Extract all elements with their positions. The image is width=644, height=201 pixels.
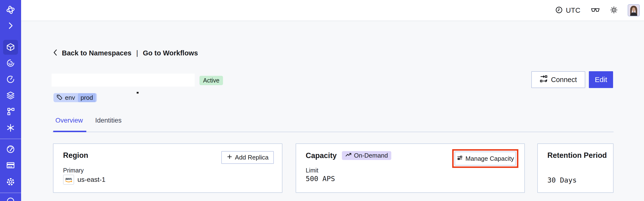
branch-nodes-icon [5,106,16,118]
timezone-button[interactable]: UTC [555,6,580,14]
retention-value: 30 Days [548,176,577,184]
edit-button[interactable]: Edit [589,71,613,88]
sliders-icon [456,154,463,162]
partial-circle-icon [5,196,16,201]
trending-up-icon [345,152,352,160]
sidebar-item-usage[interactable] [5,144,16,155]
sidebar-nav [0,0,21,201]
primary-label: Primary [63,167,84,174]
gauge-icon [5,144,16,155]
gear-icon [5,176,16,188]
on-demand-badge-label: On-Demand [354,152,388,159]
retention-card-header: Retention Period [548,151,607,160]
redaction-artifact [137,92,138,94]
connect-flow-icon [540,75,548,84]
breadcrumb: Back to Namespaces | Go to Workflows [52,48,198,58]
sidebar-expand-button[interactable] [5,21,16,31]
tabs-underline [52,132,614,132]
capacity-card-title: Capacity [306,151,337,160]
sidebar-item-logo[interactable] [5,5,16,15]
temporal-cloud-namespace-page: UTC [0,0,644,201]
plus-icon [226,154,232,162]
cube-icon [5,42,16,53]
region-card: Region Add Replica Primary aws us-east-1 [53,144,282,193]
tag-key: env [65,94,75,102]
red-highlight-box: Manage Capacity [452,149,518,168]
asterisk-icon [5,122,16,134]
region-value-row: aws us-east-1 [63,174,106,185]
manage-capacity-button[interactable]: Manage Capacity [454,152,516,166]
sidebar-item-pipeline[interactable] [5,106,16,117]
sidebar-item-layers[interactable] [5,90,16,101]
aws-logo: aws [63,174,74,185]
clock-icon [555,6,563,14]
user-avatar[interactable] [628,4,640,16]
capacity-value: 500 APS [306,174,335,183]
tab-overview[interactable]: Overview [56,116,83,124]
sidebar-item-spiral[interactable] [5,58,16,68]
temporal-logo-icon [5,4,16,16]
clock-arrow-icon [5,74,16,86]
credit-card-icon [5,160,16,171]
region-value: us-east-1 [78,176,106,184]
top-bar: UTC [21,0,644,21]
sidebar-divider [0,139,21,139]
retention-card: Retention Period 30 Days [537,144,614,193]
on-demand-badge: On-Demand [342,151,391,160]
connect-button[interactable]: Connect [531,71,585,88]
add-replica-label: Add Replica [235,154,268,161]
chevron-right-icon [5,20,16,32]
edit-button-label: Edit [595,76,607,84]
capacity-value-row: 500 APS [306,174,335,183]
tag-value: prod [78,93,96,102]
top-bar-actions: UTC [555,0,640,21]
timezone-label: UTC [566,6,580,14]
layers-icon [5,90,16,102]
sidebar-item-support[interactable] [5,196,16,201]
namespace-title-redacted [52,74,195,86]
sidebar-item-namespaces[interactable] [5,42,16,52]
region-card-header: Region [63,151,88,160]
spiral-eye-icon [5,58,16,69]
sun-icon [610,6,618,14]
aws-logo-text: aws [65,176,72,180]
breadcrumb-separator: | [135,49,140,57]
region-card-title: Region [63,151,88,160]
capacity-card: Capacity On-Demand Manage Capacity [296,144,525,193]
tab-identities[interactable]: Identities [95,116,122,124]
limit-label: Limit [306,167,318,174]
chevron-left-icon[interactable] [52,48,58,58]
breadcrumb-workflows-link[interactable]: Go to Workflows [143,49,198,57]
add-replica-button[interactable]: Add Replica [221,151,274,164]
tab-active-indicator [53,131,86,132]
status-badge: Active [200,76,223,85]
retention-card-title: Retention Period [548,151,607,160]
namespace-tag-chip: env prod [54,93,97,102]
connect-button-label: Connect [551,76,577,84]
sidebar-divider-bottom [0,192,21,193]
breadcrumb-back-link[interactable]: Back to Namespaces [62,49,132,57]
glasses-icon [590,6,600,14]
manage-capacity-label: Manage Capacity [466,155,514,162]
capacity-card-header: Capacity On-Demand [306,151,391,160]
sidebar-item-settings[interactable] [5,177,16,187]
theme-toggle-button[interactable] [610,6,618,14]
accessibility-button[interactable] [590,6,600,14]
sidebar-item-schedules[interactable] [5,74,16,85]
tag-icon [56,94,62,101]
sidebar-item-billing[interactable] [5,160,16,171]
sidebar-item-nexus[interactable] [5,123,16,133]
